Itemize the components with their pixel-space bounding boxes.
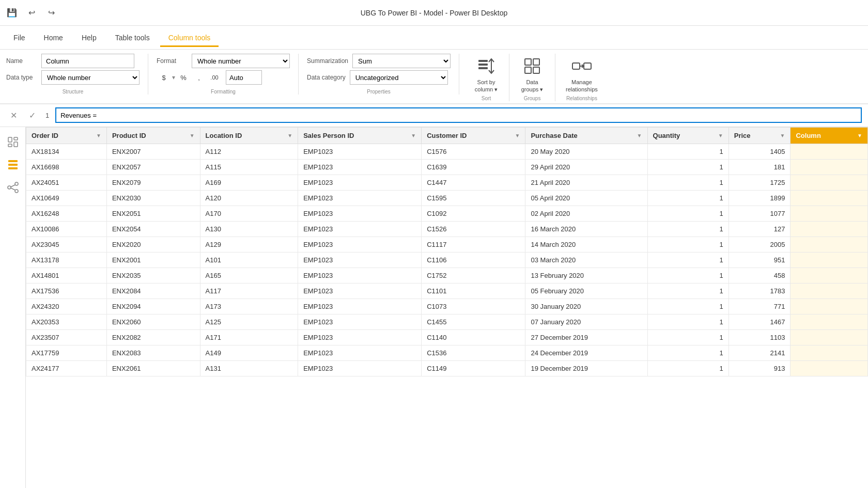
table-cell: 2141 bbox=[729, 345, 791, 360]
filter-icon-price[interactable]: ▼ bbox=[780, 133, 785, 138]
table-cell: 1 bbox=[647, 221, 729, 237]
auto-input[interactable] bbox=[226, 70, 262, 85]
table-cell: C1140 bbox=[422, 329, 525, 345]
save-icon[interactable]: 💾 bbox=[5, 6, 19, 20]
table-cell: C1106 bbox=[422, 252, 525, 267]
menu-help[interactable]: Help bbox=[73, 29, 105, 46]
table-cell: EMP1023 bbox=[298, 175, 422, 190]
table-cell: A149 bbox=[200, 345, 298, 360]
formula-input[interactable] bbox=[55, 107, 862, 123]
menu-column-tools[interactable]: Column tools bbox=[160, 29, 219, 46]
menu-home[interactable]: Home bbox=[36, 29, 71, 46]
table-cell: AX16248 bbox=[26, 206, 107, 221]
svg-rect-15 bbox=[8, 160, 18, 162]
table-cell: AX10086 bbox=[26, 221, 107, 237]
ribbon-sort-group: Sort bycolumn ▾ Sort bbox=[468, 54, 509, 101]
col-label-column: Column bbox=[796, 132, 820, 139]
table-cell: C1576 bbox=[422, 144, 525, 159]
ribbon-structure-label: Structure bbox=[63, 89, 84, 95]
sidebar bbox=[0, 127, 26, 488]
formula-cancel-btn[interactable]: ✕ bbox=[6, 108, 21, 122]
sidebar-data-icon[interactable] bbox=[2, 154, 24, 176]
table-cell: ENX2061 bbox=[106, 360, 200, 376]
formula-row-number: 1 bbox=[45, 112, 49, 119]
table-cell: 127 bbox=[729, 221, 791, 237]
table-cell: ENX2051 bbox=[106, 206, 200, 221]
table-cell: ENX2082 bbox=[106, 329, 200, 345]
ribbon-format-buttons: $ ▾ % , .00 bbox=[157, 70, 222, 85]
ribbon-summarization-select[interactable]: Sum bbox=[352, 54, 451, 68]
ribbon-formatting-group: Format Whole number $ ▾ % , .00 Formatti… bbox=[157, 54, 299, 95]
ribbon-datatype-label: Data type bbox=[6, 74, 37, 81]
table-cell: AX24320 bbox=[26, 298, 107, 314]
table-cell: EMP1023 bbox=[298, 360, 422, 376]
table-row: AX20353ENX2060A125EMP1023C145507 January… bbox=[26, 314, 868, 329]
dropdown-arrow-dollar[interactable]: ▾ bbox=[172, 74, 175, 81]
filter-icon-customer-id[interactable]: ▼ bbox=[515, 133, 520, 138]
col-label-location-id: Location ID bbox=[206, 132, 242, 139]
filter-icon-purchase-date[interactable]: ▼ bbox=[637, 133, 642, 138]
table-cell bbox=[791, 237, 868, 252]
col-header-column[interactable]: Column ▼ bbox=[791, 127, 868, 144]
ribbon-datatype-select[interactable]: Whole number bbox=[41, 70, 140, 85]
table-cell: A125 bbox=[200, 314, 298, 329]
col-header-quantity[interactable]: Quantity ▼ bbox=[647, 127, 729, 144]
filter-icon-column[interactable]: ▼ bbox=[857, 133, 862, 138]
table-cell: 24 December 2019 bbox=[525, 345, 647, 360]
table-cell: 1 bbox=[647, 360, 729, 376]
col-header-product-id[interactable]: Product ID ▼ bbox=[106, 127, 200, 144]
menu-file[interactable]: File bbox=[5, 29, 34, 46]
table-row: AX16698ENX2057A115EMP1023C163929 April 2… bbox=[26, 159, 868, 175]
svg-line-21 bbox=[11, 185, 15, 187]
filter-icon-sales-person-id[interactable]: ▼ bbox=[411, 133, 416, 138]
table-body: AX18134ENX2007A112EMP1023C157620 May 202… bbox=[26, 144, 868, 376]
comma-btn[interactable]: , bbox=[192, 70, 206, 85]
data-table-container: Order ID ▼ Product ID ▼ Location ID bbox=[26, 127, 868, 488]
filter-icon-order-id[interactable]: ▼ bbox=[96, 133, 101, 138]
ribbon-format-select[interactable]: Whole number bbox=[192, 54, 290, 68]
ribbon-datacategory-select[interactable]: Uncategorized bbox=[350, 70, 448, 85]
svg-point-19 bbox=[15, 182, 18, 185]
decimal-btn[interactable]: .00 bbox=[207, 70, 222, 85]
col-header-sales-person-id[interactable]: Sales Person ID ▼ bbox=[298, 127, 422, 144]
menu-table-tools[interactable]: Table tools bbox=[107, 29, 158, 46]
table-cell: ENX2007 bbox=[106, 144, 200, 159]
table-cell: 1725 bbox=[729, 175, 791, 190]
table-cell: 20 May 2020 bbox=[525, 144, 647, 159]
table-cell: 181 bbox=[729, 159, 791, 175]
svg-rect-9 bbox=[584, 63, 591, 69]
table-cell: A101 bbox=[200, 252, 298, 267]
dollar-btn[interactable]: $ bbox=[157, 70, 171, 85]
col-label-price: Price bbox=[734, 132, 751, 139]
filter-icon-location-id[interactable]: ▼ bbox=[287, 133, 292, 138]
redo-icon[interactable]: ↪ bbox=[44, 6, 58, 20]
title-bar-controls: 💾 ↩ ↪ bbox=[5, 6, 58, 20]
sidebar-model-icon[interactable] bbox=[2, 177, 24, 198]
formula-check-btn[interactable]: ✓ bbox=[25, 108, 39, 122]
ribbon-summarization-label: Summarization bbox=[307, 57, 348, 65]
svg-rect-14 bbox=[8, 144, 12, 147]
sort-by-column-btn[interactable]: Sort bycolumn ▾ bbox=[468, 54, 505, 93]
col-header-order-id[interactable]: Order ID ▼ bbox=[26, 127, 107, 144]
ribbon-name-input[interactable] bbox=[41, 54, 134, 68]
table-row: AX16248ENX2051A170EMP1023C109202 April 2… bbox=[26, 206, 868, 221]
sidebar-report-icon[interactable] bbox=[2, 131, 24, 153]
percent-btn[interactable]: % bbox=[176, 70, 191, 85]
undo-icon[interactable]: ↩ bbox=[25, 6, 38, 20]
manage-relationships-btn[interactable]: Managerelationships bbox=[560, 54, 604, 93]
table-cell: AX14801 bbox=[26, 267, 107, 283]
col-header-customer-id[interactable]: Customer ID ▼ bbox=[422, 127, 525, 144]
filter-icon-product-id[interactable]: ▼ bbox=[190, 133, 195, 138]
col-header-location-id[interactable]: Location ID ▼ bbox=[200, 127, 298, 144]
ribbon-summarization-row: Summarization Sum bbox=[307, 54, 451, 68]
col-header-price[interactable]: Price ▼ bbox=[729, 127, 791, 144]
table-cell bbox=[791, 360, 868, 376]
filter-icon-quantity[interactable]: ▼ bbox=[718, 133, 723, 138]
sort-by-column-label: Sort bycolumn ▾ bbox=[475, 78, 498, 93]
data-groups-btn[interactable]: Datagroups ▾ bbox=[514, 54, 551, 93]
ribbon-format-label: Format bbox=[157, 57, 188, 65]
svg-rect-6 bbox=[525, 67, 531, 73]
col-header-purchase-date[interactable]: Purchase Date ▼ bbox=[525, 127, 647, 144]
table-cell: A112 bbox=[200, 144, 298, 159]
table-cell: EMP1023 bbox=[298, 345, 422, 360]
